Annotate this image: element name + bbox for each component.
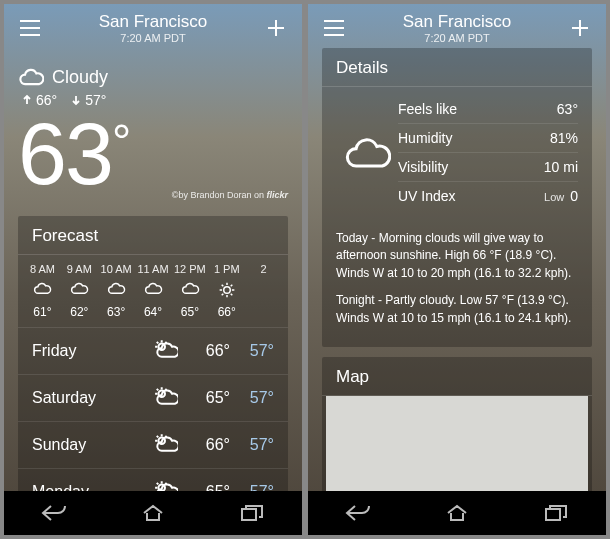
hour-time: 12 PM — [171, 263, 208, 275]
hour-column: 2 — [245, 263, 282, 319]
details-panel: Details Feels like 63° Humidity 81% Visi — [322, 48, 592, 347]
day-high: 66° — [186, 342, 230, 360]
hour-temp: 63° — [98, 305, 135, 319]
day-name: Saturday — [32, 389, 152, 407]
day-low: 57° — [230, 342, 274, 360]
detail-row-uv: UV Index Low0 — [398, 182, 578, 210]
daily-row[interactable]: Monday 65° 57° — [18, 468, 288, 491]
narrative-today: Today - Morning clouds will give way to … — [336, 230, 578, 282]
hour-column: 8 AM61° — [24, 263, 61, 319]
day-name: Monday — [32, 483, 152, 491]
partly-cloudy-icon — [152, 432, 178, 454]
menu-icon[interactable] — [320, 14, 348, 42]
header: San Francisco 7:20 AM PDT — [4, 4, 302, 48]
map-area[interactable] — [326, 396, 588, 491]
map-panel: Map — [322, 357, 592, 491]
daily-forecast: Friday 66° 57°Saturday 65° 57°Sunday 66°… — [18, 327, 288, 491]
hour-time: 2 — [245, 263, 282, 275]
time-label: 7:20 AM PDT — [348, 32, 566, 44]
hour-temp: 62° — [61, 305, 98, 319]
menu-icon[interactable] — [16, 14, 44, 42]
detail-row-humidity: Humidity 81% — [398, 124, 578, 153]
city-label: San Francisco — [44, 12, 262, 32]
hour-column: 1 PM66° — [208, 263, 245, 319]
daily-row[interactable]: Saturday 65° 57° — [18, 374, 288, 421]
hour-temp: 61° — [24, 305, 61, 319]
android-navbar — [4, 491, 302, 535]
detail-row-feels-like: Feels like 63° — [398, 95, 578, 124]
day-name: Friday — [32, 342, 152, 360]
day-high: 65° — [186, 483, 230, 491]
day-name: Sunday — [32, 436, 152, 454]
time-label: 7:20 AM PDT — [44, 32, 262, 44]
hour-column: 12 PM65° — [171, 263, 208, 319]
detail-row-visibility: Visibility 10 mi — [398, 153, 578, 182]
current-conditions: Cloudy 66° 57° 63° ©by Brandon Doran on … — [18, 48, 288, 216]
day-high: 65° — [186, 389, 230, 407]
svg-rect-2 — [242, 509, 256, 520]
recents-button[interactable] — [237, 498, 267, 528]
day-high: 66° — [186, 436, 230, 454]
condition-text: Cloudy — [52, 67, 108, 88]
home-button[interactable] — [442, 498, 472, 528]
svg-rect-3 — [546, 509, 560, 520]
current-temp: 63° — [18, 110, 288, 198]
photo-attribution: ©by Brandon Doran on flickr — [18, 190, 288, 200]
cloud-icon — [180, 281, 200, 299]
recents-button[interactable] — [541, 498, 571, 528]
android-navbar — [308, 491, 606, 535]
hourly-forecast[interactable]: 8 AM61°9 AM62°10 AM63°11 AM64°12 PM65°1 … — [18, 255, 288, 327]
add-location-button[interactable] — [566, 14, 594, 42]
hour-time: 8 AM — [24, 263, 61, 275]
hour-time: 10 AM — [98, 263, 135, 275]
back-button[interactable] — [343, 498, 373, 528]
cloud-icon — [69, 281, 89, 299]
daily-row[interactable]: Sunday 66° 57° — [18, 421, 288, 468]
hour-time: 1 PM — [208, 263, 245, 275]
sun-icon — [217, 281, 237, 299]
phone-left: San Francisco 7:20 AM PDT Cloudy 66° 57°… — [4, 4, 302, 535]
hour-time: 9 AM — [61, 263, 98, 275]
partly-cloudy-icon — [152, 338, 178, 360]
forecast-panel: Forecast 8 AM61°9 AM62°10 AM63°11 AM64°1… — [18, 216, 288, 491]
narrative-tonight: Tonight - Partly cloudy. Low 57 °F (13.9… — [336, 292, 578, 327]
map-title: Map — [322, 357, 592, 396]
hour-temp: 66° — [208, 305, 245, 319]
hour-column: 11 AM64° — [135, 263, 172, 319]
details-title: Details — [322, 48, 592, 87]
cloud-icon — [336, 95, 398, 210]
phone-right: San Francisco 7:20 AM PDT Details Feels … — [308, 4, 606, 535]
hour-column: 10 AM63° — [98, 263, 135, 319]
cloud-icon — [106, 281, 126, 299]
partly-cloudy-icon — [152, 385, 178, 407]
forecast-narrative: Today - Morning clouds will give way to … — [322, 220, 592, 347]
daily-row[interactable]: Friday 66° 57° — [18, 327, 288, 374]
partly-cloudy-icon — [152, 479, 178, 491]
back-button[interactable] — [39, 498, 69, 528]
forecast-title: Forecast — [18, 216, 288, 255]
city-label: San Francisco — [348, 12, 566, 32]
hour-time: 11 AM — [135, 263, 172, 275]
day-low: 57° — [230, 389, 274, 407]
header: San Francisco 7:20 AM PDT — [308, 4, 606, 48]
cloud-icon — [143, 281, 163, 299]
hour-column: 9 AM62° — [61, 263, 98, 319]
cloud-icon — [18, 66, 44, 88]
cloud-icon — [32, 281, 52, 299]
hour-temp: 65° — [171, 305, 208, 319]
add-location-button[interactable] — [262, 14, 290, 42]
home-button[interactable] — [138, 498, 168, 528]
hour-temp: 64° — [135, 305, 172, 319]
day-low: 57° — [230, 436, 274, 454]
day-low: 57° — [230, 483, 274, 491]
